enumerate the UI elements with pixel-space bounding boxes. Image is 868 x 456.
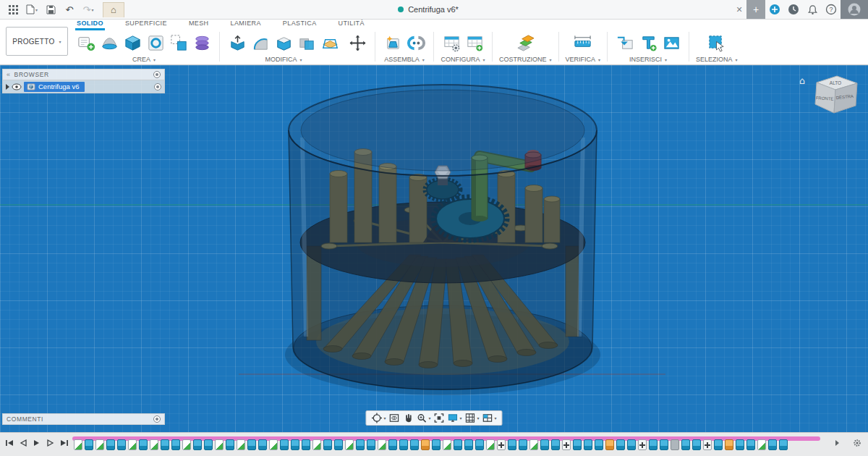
- comments-dock-icon[interactable]: [153, 415, 161, 423]
- coil-icon[interactable]: [191, 32, 213, 54]
- timeline-item-s[interactable]: [486, 439, 495, 450]
- group-label-seleziona[interactable]: SELEZIONA ▾: [696, 55, 738, 63]
- insert-canvas-image-icon[interactable]: [660, 32, 682, 54]
- timeline-item-s[interactable]: [345, 439, 354, 450]
- timeline-item-e[interactable]: [106, 439, 115, 450]
- timeline-item-e[interactable]: [649, 439, 658, 450]
- split-body-icon[interactable]: [319, 32, 341, 54]
- group-label-configura[interactable]: CONFIGURA ▾: [441, 55, 485, 63]
- timeline-item-e[interactable]: [388, 439, 397, 450]
- timeline-item-s[interactable]: [269, 439, 278, 450]
- configure-insert-icon[interactable]: [464, 32, 485, 54]
- timeline-item-s[interactable]: [74, 439, 82, 450]
- timeline-item-s[interactable]: [128, 439, 137, 450]
- viewport-3d[interactable]: « BROWSER Centrifuga v6 ⌂ ALTO FRONT: [0, 65, 868, 432]
- orbit-icon[interactable]: ▾: [371, 413, 386, 423]
- timeline-item-s[interactable]: [378, 439, 386, 450]
- timeline-item-e[interactable]: [736, 439, 744, 450]
- create-form-icon[interactable]: [98, 32, 120, 54]
- timeline-item-e[interactable]: [171, 439, 180, 450]
- timeline-item-e[interactable]: [768, 439, 777, 450]
- timeline-item-e[interactable]: [161, 439, 169, 450]
- joint-icon[interactable]: [405, 32, 427, 54]
- timeline-item-e[interactable]: [508, 439, 516, 450]
- go-to-start-icon[interactable]: [4, 438, 14, 448]
- timeline-item-e[interactable]: [258, 439, 267, 450]
- timeline-item-m[interactable]: [638, 439, 647, 450]
- fit-view-icon[interactable]: [433, 413, 444, 423]
- timeline-item-s[interactable]: [215, 439, 224, 450]
- group-label-inserisci[interactable]: INSERISCI ▾: [629, 55, 667, 63]
- timeline-item-e[interactable]: [616, 439, 625, 450]
- insert-decal-icon[interactable]: [637, 32, 659, 54]
- home-tab[interactable]: ⌂: [103, 2, 124, 17]
- timeline-item-e[interactable]: [714, 439, 723, 450]
- press-pull-icon[interactable]: [226, 32, 248, 54]
- timeline-item-e[interactable]: [399, 439, 408, 450]
- timeline-item-e[interactable]: [551, 439, 560, 450]
- comments-header[interactable]: COMMENTI: [2, 413, 165, 425]
- measure-icon[interactable]: [572, 32, 594, 54]
- browser-dock-icon[interactable]: [153, 71, 161, 78]
- timeline-item-e[interactable]: [660, 439, 668, 450]
- timeline-item-m[interactable]: [497, 439, 506, 450]
- timeline-item-e[interactable]: [475, 439, 484, 450]
- timeline-item-e[interactable]: [779, 439, 788, 450]
- timeline-item-e[interactable]: [573, 439, 582, 450]
- tab-utilita[interactable]: UTILITÀ: [337, 20, 366, 30]
- timeline-item-e[interactable]: [302, 439, 310, 450]
- look-at-icon[interactable]: [388, 413, 399, 423]
- undo-icon[interactable]: ↶: [61, 1, 78, 17]
- timeline-item-e[interactable]: [595, 439, 603, 450]
- step-forward-icon[interactable]: [46, 438, 56, 448]
- item-radio-icon[interactable]: [154, 83, 161, 90]
- timeline-item-e[interactable]: [247, 439, 256, 450]
- timeline-item-o[interactable]: [725, 439, 733, 450]
- redo-icon[interactable]: ↷ ▾: [80, 1, 97, 17]
- timeline-scroll-right-icon[interactable]: [832, 438, 842, 448]
- timeline-item-o[interactable]: [605, 439, 614, 450]
- timeline-item-s[interactable]: [150, 439, 158, 450]
- document-tab[interactable]: Centrifuga v6*: [124, 0, 732, 19]
- timeline-item-e[interactable]: [85, 439, 93, 450]
- notifications-bell-icon[interactable]: [803, 1, 822, 17]
- timeline-item-e[interactable]: [334, 439, 343, 450]
- timeline-item-e[interactable]: [627, 439, 636, 450]
- group-label-crea[interactable]: CREA ▾: [132, 55, 156, 63]
- timeline-item-e[interactable]: [454, 439, 462, 450]
- group-label-modifica[interactable]: MODIFICA ▾: [265, 55, 302, 63]
- group-label-assembla[interactable]: ASSEMBLA ▾: [384, 55, 425, 63]
- group-label-costruzione[interactable]: COSTRUZIONE ▾: [499, 55, 552, 63]
- help-icon[interactable]: ?: [822, 1, 841, 17]
- app-grid-icon[interactable]: [4, 1, 22, 17]
- timeline-item-e[interactable]: [692, 439, 701, 450]
- timeline-strip[interactable]: [72, 436, 822, 454]
- timeline-item-e[interactable]: [540, 439, 549, 450]
- timeline-item-g[interactable]: [671, 439, 679, 450]
- move-copy-icon[interactable]: [346, 32, 368, 54]
- select-icon[interactable]: [706, 32, 728, 54]
- grid-display-icon[interactable]: ▾: [465, 413, 480, 423]
- timeline-item-e[interactable]: [193, 439, 202, 450]
- timeline-item-e[interactable]: [291, 439, 299, 450]
- timeline-item-e[interactable]: [464, 439, 473, 450]
- combine-icon[interactable]: [296, 32, 318, 54]
- browser-header[interactable]: « BROWSER: [2, 69, 165, 80]
- timeline-item-e[interactable]: [681, 439, 690, 450]
- tab-lamiera[interactable]: LAMIERA: [229, 20, 263, 30]
- timeline-item-e[interactable]: [323, 439, 332, 450]
- browser-selected-item[interactable]: Centrifuga v6: [24, 82, 85, 92]
- model-centrifuga[interactable]: [0, 65, 868, 432]
- file-menu-icon[interactable]: ▾: [23, 1, 41, 17]
- viewcube-home-icon[interactable]: ⌂: [799, 75, 805, 86]
- new-tab-button[interactable]: +: [746, 0, 765, 19]
- timeline-item-e[interactable]: [367, 439, 375, 450]
- timeline-settings-gear-icon[interactable]: [852, 438, 862, 448]
- expand-triangle-icon[interactable]: [6, 84, 9, 90]
- timeline-item-e[interactable]: [519, 439, 527, 450]
- timeline-item-e[interactable]: [204, 439, 213, 450]
- timeline-item-s[interactable]: [443, 439, 451, 450]
- timeline-item-e[interactable]: [746, 439, 755, 450]
- job-status-icon[interactable]: [784, 1, 803, 17]
- timeline-item-s[interactable]: [95, 439, 104, 450]
